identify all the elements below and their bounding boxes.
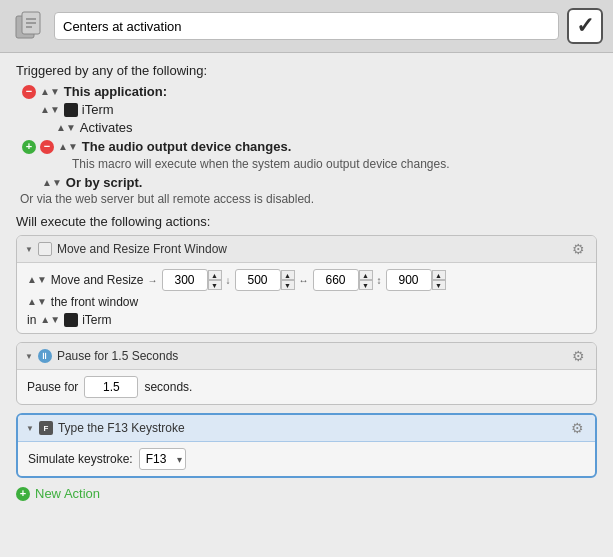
action-keystroke: ▼ F Type the F13 Keystroke ⚙ Simulate ke… — [16, 413, 597, 478]
pause-value-input[interactable] — [84, 376, 138, 398]
x-down[interactable]: ▼ — [208, 280, 222, 290]
macro-name-input[interactable] — [54, 12, 559, 40]
add-trigger-button[interactable]: + — [22, 140, 36, 154]
y-down[interactable]: ▼ — [281, 280, 295, 290]
h-stepper[interactable]: ▲ ▼ — [432, 270, 446, 290]
in-app-label: iTerm — [82, 313, 111, 327]
trigger-row-app: − ▲▼ This application: — [20, 84, 597, 99]
action-keystroke-title: Type the F13 Keystroke — [58, 421, 185, 435]
macro-icon — [10, 8, 46, 44]
front-window-label: the front window — [51, 295, 138, 309]
h-up[interactable]: ▲ — [432, 270, 446, 280]
in-app-icon — [64, 313, 78, 327]
x-stepper[interactable]: ▲ ▼ — [208, 270, 222, 290]
move-resize-sort[interactable]: ▲▼ — [27, 275, 47, 285]
in-row: in ▲▼ iTerm — [27, 313, 586, 327]
y-stepper[interactable]: ▲ ▼ — [281, 270, 295, 290]
y-up[interactable]: ▲ — [281, 270, 295, 280]
h-down[interactable]: ▼ — [432, 280, 446, 290]
action-keystroke-header-left: ▼ F Type the F13 Keystroke — [26, 421, 185, 435]
action-pause-title: Pause for 1.5 Seconds — [57, 349, 178, 363]
action-pause-header-left: ▼ ⏸ Pause for 1.5 Seconds — [25, 349, 178, 363]
w-up[interactable]: ▲ — [359, 270, 373, 280]
front-window-row: ▲▼ the front window — [27, 295, 586, 309]
x-input[interactable] — [162, 269, 208, 291]
keystroke-row: Simulate keystroke: F13 — [28, 448, 585, 470]
front-window-sort[interactable]: ▲▼ — [27, 297, 47, 307]
macro-icon-svg — [12, 10, 44, 42]
action-keystroke-settings[interactable]: ⚙ — [571, 420, 587, 436]
move-arrow: → — [148, 275, 158, 286]
height-arrow: ↕ — [377, 275, 382, 286]
width-arrow: ↔ — [299, 275, 309, 286]
action-move-resize-header: ▼ Move and Resize Front Window ⚙ — [17, 236, 596, 263]
w-down[interactable]: ▼ — [359, 280, 373, 290]
width-input[interactable] — [313, 269, 359, 291]
action-move-resize-header-left: ▼ Move and Resize Front Window — [25, 242, 227, 256]
trigger-row-iterm: ▲▼ iTerm — [20, 102, 597, 117]
action-move-resize-title: Move and Resize Front Window — [57, 242, 227, 256]
action-pause-header: ▼ ⏸ Pause for 1.5 Seconds ⚙ — [17, 343, 596, 370]
new-action-plus-icon[interactable]: + — [16, 487, 30, 501]
trigger-app-label: This application: — [64, 84, 167, 99]
activates-label: Activates — [80, 120, 133, 135]
action-enable-checkbox[interactable] — [38, 242, 52, 256]
y-input[interactable] — [235, 269, 281, 291]
keystroke-collapse-triangle[interactable]: ▼ — [26, 424, 34, 433]
keystroke-select[interactable]: F13 — [139, 448, 186, 470]
remove-audio-trigger-button[interactable]: − — [40, 140, 54, 154]
will-execute-title: Will execute the following actions: — [16, 214, 597, 229]
action-keystroke-header: ▼ F Type the F13 Keystroke ⚙ — [18, 415, 595, 442]
x-up[interactable]: ▲ — [208, 270, 222, 280]
action-pause-body: Pause for seconds. — [17, 370, 596, 404]
seconds-label: seconds. — [144, 380, 192, 394]
pause-collapse-triangle[interactable]: ▼ — [25, 352, 33, 361]
action-move-resize-body: ▲▼ Move and Resize → ▲ ▼ ↓ ▲ ▼ ↔ ▲ ▼ — [17, 263, 596, 333]
pause-row: Pause for seconds. — [27, 376, 586, 398]
trigger-row-activates: ▲▼ Activates — [20, 120, 597, 135]
pause-icon: ⏸ — [38, 349, 52, 363]
sort-arrows[interactable]: ▲▼ — [40, 87, 60, 97]
collapse-triangle[interactable]: ▼ — [25, 245, 33, 254]
new-action-row[interactable]: + New Action — [16, 486, 597, 501]
in-sort[interactable]: ▲▼ — [40, 315, 60, 325]
action-move-resize: ▼ Move and Resize Front Window ⚙ ▲▼ Move… — [16, 235, 597, 334]
action-pause: ▼ ⏸ Pause for 1.5 Seconds ⚙ Pause for se… — [16, 342, 597, 405]
sort-arrows-activates[interactable]: ▲▼ — [56, 123, 76, 133]
or-via-text: Or via the web server but all remote acc… — [20, 192, 597, 206]
pause-for-label: Pause for — [27, 380, 78, 394]
action-pause-settings[interactable]: ⚙ — [572, 348, 588, 364]
keystroke-type-icon: F — [39, 421, 53, 435]
sort-arrows-script[interactable]: ▲▼ — [42, 178, 62, 188]
keystroke-select-wrapper[interactable]: F13 — [139, 448, 186, 470]
down-arrow: ↓ — [226, 275, 231, 286]
move-label: Move and Resize — [51, 273, 144, 287]
height-input[interactable] — [386, 269, 432, 291]
w-stepper[interactable]: ▲ ▼ — [359, 270, 373, 290]
main-content: Triggered by any of the following: − ▲▼ … — [0, 53, 613, 511]
trigger-row-script: ▲▼ Or by script. — [40, 175, 597, 190]
sort-arrows-audio[interactable]: ▲▼ — [58, 142, 78, 152]
iterm-label: iTerm — [82, 102, 114, 117]
simulate-label: Simulate keystroke: — [28, 452, 133, 466]
sort-arrows-iterm[interactable]: ▲▼ — [40, 105, 60, 115]
remove-trigger-button[interactable]: − — [22, 85, 36, 99]
audio-trigger-desc: This macro will execute when the system … — [72, 157, 597, 171]
new-action-label: New Action — [35, 486, 100, 501]
trigger-title: Triggered by any of the following: — [16, 63, 597, 78]
or-script-label: Or by script. — [66, 175, 143, 190]
header: ✓ — [0, 0, 613, 53]
confirm-button[interactable]: ✓ — [567, 8, 603, 44]
trigger-row-audio: + − ▲▼ The audio output device changes. — [20, 139, 597, 154]
in-label: in — [27, 313, 36, 327]
action-move-resize-settings[interactable]: ⚙ — [572, 241, 588, 257]
iterm-app-icon — [64, 103, 78, 117]
audio-trigger-label: The audio output device changes. — [82, 139, 291, 154]
trigger-section: − ▲▼ This application: ▲▼ iTerm ▲▼ Activ… — [20, 84, 597, 206]
move-resize-params-row: ▲▼ Move and Resize → ▲ ▼ ↓ ▲ ▼ ↔ ▲ ▼ — [27, 269, 586, 291]
action-keystroke-body: Simulate keystroke: F13 — [18, 442, 595, 476]
